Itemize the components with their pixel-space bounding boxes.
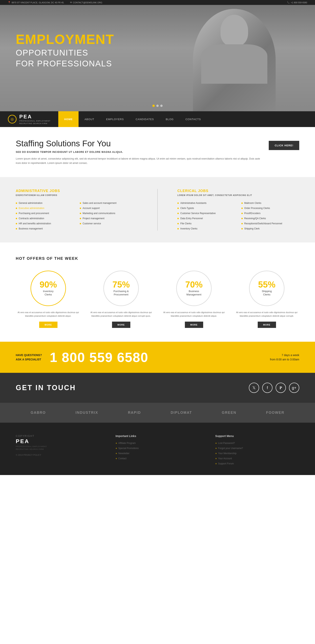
footer-link-affiliate[interactable]: + Affiliate Program	[116, 442, 200, 445]
navigation: ◎ PEA PROFESSIONAL EMPLOYMENT RECRUITING…	[0, 111, 315, 127]
facebook-icon[interactable]: f	[262, 383, 272, 393]
job-dot	[16, 208, 17, 209]
nav-item-blog[interactable]: BLOG	[160, 111, 180, 127]
get-in-touch-section: GET IN TOUCH 𝕏 f 𝐏 g+	[0, 373, 315, 403]
job-dot	[178, 202, 179, 204]
partner-gabro: GABRO	[31, 410, 46, 415]
offer-btn-4[interactable]: MORE	[258, 322, 276, 328]
nav-item-contacts[interactable]: CONTACTS	[180, 111, 207, 127]
footer-link-newsletter[interactable]: + Newsletter	[116, 452, 200, 455]
jobs-section: ADMINISTRATIVE JOBS EXERCITATIONEM ULLAM…	[0, 177, 315, 242]
partner-foower: FOOWER	[266, 410, 284, 415]
job-dot	[80, 208, 81, 209]
pinterest-icon[interactable]: 𝐏	[276, 383, 286, 393]
copyright-label: COPYRIGHT	[16, 434, 100, 438]
footer-plus-icon: +	[116, 457, 117, 460]
click-here-button[interactable]: CLICK HERE!	[269, 141, 299, 150]
offer-btn-2[interactable]: MORE	[112, 322, 130, 328]
logo-icon: ◎	[8, 115, 16, 124]
footer-support-col: Support Menu + Lost Password? + Forgot y…	[215, 434, 299, 467]
job-dot	[80, 213, 81, 214]
footer-support-account[interactable]: + Your Account	[215, 457, 299, 460]
location-icon: 📍	[8, 1, 11, 4]
hot-offers-title: HOT OFFERS OF THE WEEK	[16, 256, 299, 261]
job-item[interactable]: Proof/Encoders	[241, 211, 300, 215]
job-item[interactable]: HR and benefits administration	[16, 222, 74, 226]
job-item[interactable]: Administrative Assistants	[178, 201, 236, 205]
job-dot	[16, 218, 17, 219]
job-item[interactable]: Purchasing and procurement	[16, 211, 74, 215]
offer-circle-3: 70% BusinessManagement	[176, 270, 212, 306]
job-item[interactable]: Account support	[80, 206, 138, 210]
job-item[interactable]: General administration	[16, 201, 74, 205]
footer-support-lost-password[interactable]: + Lost Password?	[215, 442, 299, 445]
logo-text: PEA PROFESSIONAL EMPLOYMENT RECRUITING S…	[19, 114, 50, 125]
footer-support-title: Support Menu	[215, 434, 299, 438]
offer-label-2: Purchasing &Procurement	[114, 290, 128, 296]
admin-jobs-col: ADMINISTRATIVE JOBS EXERCITATIONEM ULLAM…	[16, 189, 138, 230]
hero-dot-3[interactable]	[160, 104, 162, 107]
offer-btn-1[interactable]: MORE	[39, 322, 58, 328]
job-item[interactable]: Sales and account management	[80, 201, 138, 205]
twitter-icon[interactable]: 𝕏	[249, 383, 259, 393]
phone-info: 📞 +1 800 559 6580	[287, 1, 307, 4]
job-item[interactable]: Customer Service Representative	[178, 211, 236, 215]
google-plus-icon[interactable]: g+	[289, 383, 299, 393]
job-item[interactable]: Receiving/QA Clerks	[241, 216, 300, 220]
offer-card-1: 90% InventoryClerks At vero eas et accus…	[16, 270, 81, 328]
cta-banner: HAVE QUESTIONS? ASK A SPECIALIST 1 800 5…	[0, 342, 315, 373]
nav-logo: ◎ PEA PROFESSIONAL EMPLOYMENT RECRUITING…	[0, 111, 58, 127]
footer-brand: COPYRIGHT PEA PROFESSIONAL EMPLOYMENT RE…	[16, 434, 100, 467]
footer-support-forgot-username[interactable]: + Forgot your Username?	[215, 447, 299, 450]
job-item-highlight[interactable]: Executive administration	[16, 206, 74, 210]
footer-support-forum[interactable]: + Support Forum	[215, 462, 299, 465]
footer-links-col: Important Links + Affiliate Program + Sp…	[116, 434, 200, 467]
offer-btn-3[interactable]: MORE	[185, 322, 203, 328]
partner-green: green	[222, 410, 236, 415]
footer-link-promotions[interactable]: + Special Promotions	[116, 447, 200, 450]
offer-desc-2: At vero eas et accusamus et iusto odio d…	[88, 311, 154, 318]
job-item[interactable]: Mailroom Clerks	[241, 201, 300, 205]
job-item[interactable]: Customer service	[80, 222, 138, 226]
get-in-touch-title: GET IN TOUCH	[16, 384, 76, 392]
offer-desc-4: At vero eas et accusamus et iusto odio d…	[234, 311, 299, 318]
nav-item-about[interactable]: ABOUT	[78, 111, 100, 127]
offer-card-3: 70% BusinessManagement At vero eas et ac…	[162, 270, 226, 328]
hero-text-block: EMPLOYMENT OPPORTUNITIES FOR PROFESSIONA…	[16, 32, 114, 69]
offer-circle-4: 55% ShippingClerks	[249, 270, 284, 306]
job-item[interactable]: File Clerks	[178, 222, 236, 226]
job-item[interactable]: Receptionist/Switchboard Personnel	[241, 222, 300, 226]
hero-dot-1[interactable]	[152, 104, 155, 107]
job-item[interactable]: Shipping Clerk	[241, 227, 300, 230]
nav-item-candidates[interactable]: CANDIDATES	[130, 111, 160, 127]
offer-label-3: BusinessManagement	[186, 290, 202, 296]
hero-dots[interactable]	[152, 104, 162, 107]
job-item[interactable]: Order Processing Clerks	[241, 206, 300, 210]
job-item[interactable]: Marketing and communications	[80, 211, 138, 215]
admin-jobs-grid: General administration Sales and account…	[16, 201, 138, 230]
partner-diplomat: DIPLOMAT	[171, 410, 192, 415]
job-item[interactable]: Project management	[80, 216, 138, 220]
job-item[interactable]: Inventory Clerks	[178, 227, 236, 230]
job-dot	[241, 228, 243, 230]
footer-plus-icon: +	[215, 452, 217, 455]
nav-item-employers[interactable]: EMPLOYERS	[100, 111, 130, 127]
job-dot	[16, 202, 17, 204]
job-item[interactable]: Business management	[16, 227, 74, 230]
footer-support-membership[interactable]: + Your Membership	[215, 452, 299, 455]
job-item[interactable]: Data Entry Personnel	[178, 216, 236, 220]
hero-title-line2: OPPORTUNITIES FOR PROFESSIONALS	[16, 48, 114, 69]
staffing-body: Lorem ipsum dolor sit amet, consectetur …	[16, 156, 261, 165]
footer-link-contact[interactable]: + Contact	[116, 457, 200, 460]
job-item[interactable]: Contracts administration	[16, 216, 74, 220]
nav-item-home[interactable]: HOME	[58, 111, 78, 127]
hero-dot-2[interactable]	[156, 104, 159, 107]
footer-plus-icon: +	[116, 442, 117, 445]
clerical-jobs-grid: Administrative Assistants Mailroom Clerk…	[178, 201, 299, 230]
job-item[interactable]: Clerk-Typists	[178, 206, 236, 210]
clerical-jobs-col: CLERICAL JOBS LOREM IPSUM DOLOR SIT AMET…	[178, 189, 299, 230]
partner-rapid: RAPID	[128, 410, 141, 415]
partner-industrix: INDUSTRIX	[76, 410, 98, 415]
footer-plus-icon: +	[215, 457, 217, 460]
footer-plus-icon: +	[116, 447, 117, 450]
